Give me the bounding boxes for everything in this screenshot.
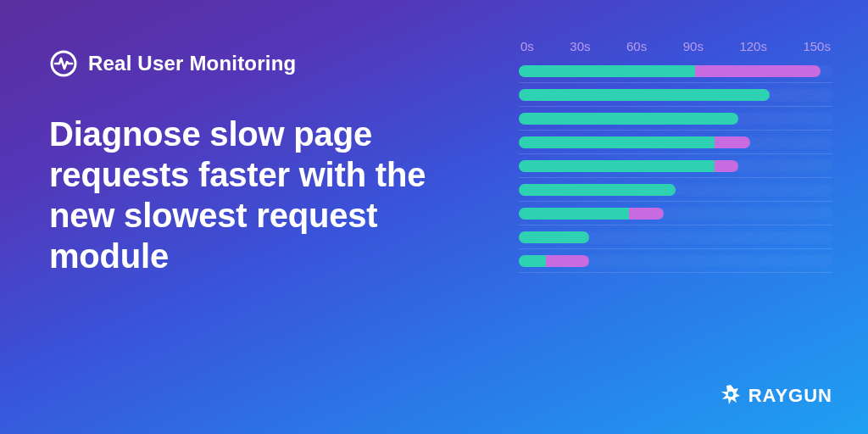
chart-bar	[519, 208, 832, 220]
chart-bar	[519, 231, 832, 243]
chart-bar	[519, 113, 832, 125]
chart-rows	[519, 65, 832, 267]
chart-bar	[519, 184, 832, 196]
teal-segment	[519, 255, 546, 267]
headline: Diagnose slow page requests faster with …	[49, 114, 456, 276]
teal-segment	[519, 89, 770, 101]
axis-tick: 90s	[683, 39, 704, 53]
product-badge: Real User Monitoring	[49, 49, 456, 78]
chart-bar	[519, 65, 832, 77]
teal-segment	[519, 231, 589, 243]
magenta-segment	[629, 208, 665, 220]
magenta-segment	[695, 65, 821, 77]
pulse-circle-icon	[49, 49, 78, 78]
teal-segment	[519, 136, 715, 148]
magenta-segment	[715, 160, 738, 172]
magenta-segment	[715, 136, 750, 148]
product-name: Real User Monitoring	[88, 52, 296, 75]
axis-tick: 0s	[520, 39, 534, 53]
chart-x-axis: 0s30s60s90s120s150s	[519, 39, 832, 53]
brand-name: RAYGUN	[748, 385, 832, 407]
axis-tick: 150s	[803, 39, 831, 53]
brand-logo: RAYGUN	[720, 383, 832, 409]
axis-tick: 60s	[626, 39, 647, 53]
teal-segment	[519, 160, 715, 172]
chart-bar	[519, 136, 832, 148]
teal-segment	[519, 184, 676, 196]
raygun-icon	[720, 383, 742, 409]
chart-bar	[519, 160, 832, 172]
chart-bar	[519, 89, 832, 101]
chart-bar	[519, 255, 832, 267]
teal-segment	[519, 208, 629, 220]
request-timing-chart: 0s30s60s90s120s150s	[519, 39, 832, 267]
axis-tick: 30s	[570, 39, 590, 53]
teal-segment	[519, 65, 695, 77]
axis-tick: 120s	[739, 39, 767, 53]
teal-segment	[519, 113, 738, 125]
magenta-segment	[546, 255, 589, 267]
svg-point-1	[727, 392, 732, 397]
